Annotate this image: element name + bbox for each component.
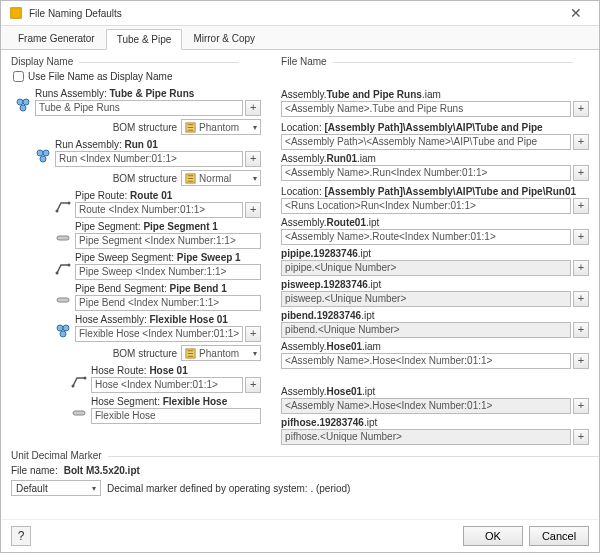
location-input[interactable]: <Assembly Path>\<Assembly Name>\AIP\Tube…	[281, 134, 571, 150]
file-name-input[interactable]: <Assembly Name>.Run<Index Number:01:1>	[281, 165, 571, 181]
display-name-input[interactable]: Pipe Sweep <Index Number:1:1>	[75, 264, 261, 280]
tab-mirror-and-copy[interactable]: Mirror & Copy	[182, 28, 266, 49]
display-name-label: Hose Route: Hose 01	[91, 365, 261, 376]
close-button[interactable]: ✕	[561, 5, 591, 21]
bom-icon	[185, 348, 196, 359]
svg-point-2	[23, 99, 29, 105]
decimal-marker-desc: Decimal marker defined by operating syst…	[107, 483, 350, 494]
app-icon	[9, 6, 23, 20]
window-title: File Naming Defaults	[29, 8, 561, 19]
display-name-input[interactable]: Hose <Index Number:01:1>	[91, 377, 243, 393]
tree-node-icon	[55, 230, 71, 246]
file-name-input: pibend.<Unique Number>	[281, 322, 571, 338]
add-token-button[interactable]: +	[245, 377, 261, 393]
add-token-button[interactable]: +	[573, 101, 589, 117]
svg-point-20	[84, 377, 87, 380]
svg-rect-21	[73, 411, 85, 415]
svg-point-1	[17, 99, 23, 105]
add-token-button[interactable]: +	[573, 198, 589, 214]
file-name-input: <Assembly Name>.Hose<Index Number:01:1>	[281, 398, 571, 414]
svg-point-3	[20, 105, 26, 111]
display-name-input[interactable]: Flexible Hose <Index Number:01:1>	[75, 326, 243, 342]
file-name-label: pifhose.19283746.ipt	[281, 417, 589, 428]
tree-node-icon	[55, 261, 71, 277]
add-token-button[interactable]: +	[245, 100, 261, 116]
ok-button[interactable]: OK	[463, 526, 523, 546]
file-name-label: pisweep.19283746.ipt	[281, 279, 589, 290]
bom-icon	[185, 173, 196, 184]
filename-example-value: Bolt M3.5x20.ipt	[64, 465, 140, 476]
tree-node-icon	[55, 199, 71, 215]
bom-structure-label: BOM structure	[113, 348, 177, 359]
cancel-button[interactable]: Cancel	[529, 526, 589, 546]
file-name-heading: File Name	[281, 56, 327, 67]
location-input[interactable]: <Runs Location>Run<Index Number:01:1>	[281, 198, 571, 214]
add-token-button[interactable]: +	[573, 398, 589, 414]
file-name-label: Assembly.Hose01.ipt	[281, 386, 589, 397]
tree-node-icon	[55, 292, 71, 308]
titlebar: File Naming Defaults ✕	[1, 1, 599, 26]
add-token-button[interactable]: +	[245, 151, 261, 167]
display-name-input[interactable]: Pipe Bend <Index Number:1:1>	[75, 295, 261, 311]
display-name-label: Hose Segment: Flexible Hose	[91, 396, 261, 407]
bom-icon	[185, 122, 196, 133]
display-name-input[interactable]: Run <Index Number:01:1>	[55, 151, 243, 167]
display-name-input[interactable]: Flexible Hose	[91, 408, 261, 424]
bom-structure-select[interactable]: Normal▾	[181, 170, 261, 186]
chevron-down-icon: ▾	[253, 349, 257, 358]
dialog-window: File Naming Defaults ✕ Frame Generator T…	[0, 0, 600, 553]
tab-frame-generator[interactable]: Frame Generator	[7, 28, 106, 49]
svg-point-16	[63, 325, 69, 331]
add-token-button[interactable]: +	[573, 229, 589, 245]
file-name-input: pisweep.<Unique Number>	[281, 291, 571, 307]
dialog-footer: ? OK Cancel	[1, 519, 599, 552]
file-name-input: pipipe.<Unique Number>	[281, 260, 571, 276]
display-name-label: Pipe Bend Segment: Pipe Bend 1	[75, 283, 261, 294]
decimal-marker-select[interactable]: Default ▾	[11, 480, 101, 496]
display-name-label: Run Assembly: Run 01	[55, 139, 261, 150]
file-name-label: pibend.19283746.ipt	[281, 310, 589, 321]
svg-point-12	[56, 272, 59, 275]
display-name-input[interactable]: Route <Index Number:01:1>	[75, 202, 243, 218]
file-name-input[interactable]: <Assembly Name>.Tube and Pipe Runs	[281, 101, 571, 117]
bom-structure-select[interactable]: Phantom▾	[181, 345, 261, 361]
use-filename-checkbox-input[interactable]	[13, 71, 24, 82]
chevron-down-icon: ▾	[92, 484, 96, 493]
tree-node-icon	[35, 148, 51, 164]
help-button[interactable]: ?	[11, 526, 31, 546]
tab-tube-and-pipe[interactable]: Tube & Pipe	[106, 29, 183, 50]
display-name-input[interactable]: Tube & Pipe Runs	[35, 100, 243, 116]
add-token-button[interactable]: +	[245, 202, 261, 218]
file-name-input[interactable]: <Assembly Name>.Hose<Index Number:01:1>	[281, 353, 571, 369]
use-filename-checkbox[interactable]: Use File Name as Display Name	[13, 71, 261, 82]
add-token-button[interactable]: +	[573, 260, 589, 276]
add-token-button[interactable]: +	[245, 326, 261, 342]
location-label: Location: [Assembly Path]\Assembly\AIP\T…	[281, 122, 589, 133]
file-name-input[interactable]: <Assembly Name>.Route<Index Number:01:1>	[281, 229, 571, 245]
display-name-label: Pipe Route: Route 01	[75, 190, 261, 201]
display-name-heading: Display Name	[11, 56, 73, 67]
svg-point-5	[37, 150, 43, 156]
add-token-button[interactable]: +	[573, 134, 589, 150]
add-token-button[interactable]: +	[573, 322, 589, 338]
bom-structure-label: BOM structure	[113, 122, 177, 133]
add-token-button[interactable]: +	[573, 291, 589, 307]
add-token-button[interactable]: +	[573, 165, 589, 181]
display-name-input[interactable]: Pipe Segment <Index Number:1:1>	[75, 233, 261, 249]
add-token-button[interactable]: +	[573, 429, 589, 445]
file-name-input: pifhose.<Unique Number>	[281, 429, 571, 445]
add-token-button[interactable]: +	[573, 353, 589, 369]
tree-node-icon	[15, 97, 31, 113]
svg-point-15	[57, 325, 63, 331]
bom-structure-value: Phantom	[199, 348, 250, 359]
filename-example-label: File name:	[11, 465, 58, 476]
bom-structure-value: Normal	[199, 173, 250, 184]
display-name-label: Runs Assembly: Tube & Pipe Runs	[35, 88, 261, 99]
tree-node-icon	[71, 405, 87, 421]
svg-point-7	[40, 156, 46, 162]
file-name-label: Assembly.Route01.ipt	[281, 217, 589, 228]
bom-structure-select[interactable]: Phantom▾	[181, 119, 261, 135]
svg-point-9	[56, 210, 59, 213]
decimal-marker-select-value: Default	[16, 483, 48, 494]
svg-rect-14	[57, 298, 69, 302]
